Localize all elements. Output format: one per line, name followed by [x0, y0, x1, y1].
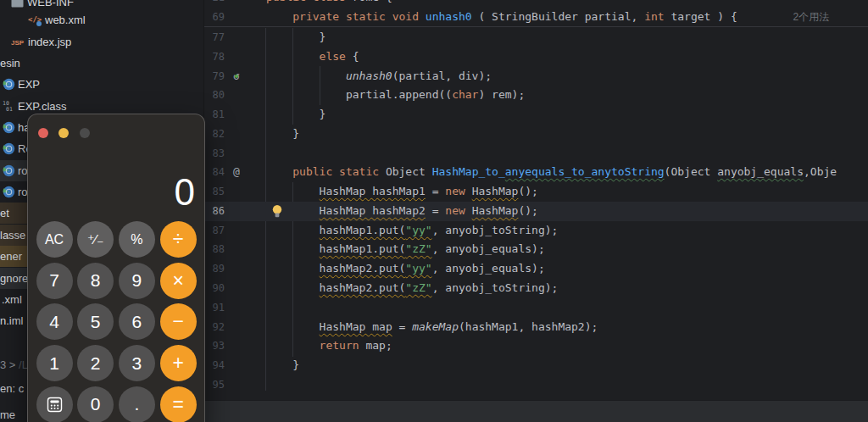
calc-key-⁺∕₋[interactable]: ⁺∕₋	[77, 221, 114, 258]
tree-item-exp[interactable]: EXP	[0, 74, 203, 95]
code-text: partial.append((char) rem);	[266, 86, 525, 105]
line-number[interactable]: 69	[204, 8, 225, 27]
calc-key-keypad[interactable]	[36, 386, 73, 422]
tree-item-esin[interactable]: esin	[0, 53, 203, 74]
code-line-83[interactable]: 83	[204, 144, 868, 164]
line-number[interactable]: 94	[204, 356, 225, 375]
panel-text-fragment: me	[0, 404, 15, 422]
line-number[interactable]: 85	[204, 182, 225, 202]
tree-item-label: ener	[0, 246, 22, 267]
tree-item-label: lasse	[0, 225, 25, 246]
usages-hint[interactable]: 2个用法	[793, 11, 830, 23]
calc-key-1[interactable]: 1	[36, 345, 73, 381]
annotation-gutter-icon[interactable]: @	[229, 163, 244, 182]
calc-key-6[interactable]: 6	[119, 303, 155, 340]
calc-key-ac[interactable]: AC	[36, 221, 73, 258]
code-line-93[interactable]: 93return map;	[204, 336, 868, 356]
line-number[interactable]: 89	[204, 259, 225, 279]
svg-text:01: 01	[6, 106, 13, 113]
code-text: unhash0(partial, div);	[266, 67, 492, 86]
code-line-77[interactable]: 77}	[204, 28, 868, 47]
line-number[interactable]: 86	[204, 202, 225, 221]
calc-key-3[interactable]: 3	[119, 345, 155, 381]
code-token: Object	[386, 165, 432, 178]
editor-bottom-strip	[204, 400, 868, 422]
code-line-89[interactable]: 89hashMap2.put("yy", anyobj_equals);	[204, 259, 868, 279]
code-line-94[interactable]: 94}	[204, 356, 868, 375]
calc-key-0[interactable]: 0	[77, 386, 114, 422]
line-number[interactable]: 84	[204, 163, 225, 182]
line-number[interactable]: 21	[204, 0, 225, 8]
code-token: private static void	[292, 10, 426, 23]
line-number[interactable]: 90	[204, 279, 225, 298]
code-line-80[interactable]: 80partial.append((char) rem);	[204, 86, 868, 105]
line-number[interactable]: 78	[204, 47, 225, 67]
calc-key-8[interactable]: 8	[77, 263, 114, 299]
calc-key-%[interactable]: %	[119, 221, 155, 258]
calc-key-5[interactable]: 5	[77, 303, 114, 340]
line-number[interactable]: 91	[204, 298, 225, 318]
sticky-line-21[interactable]: 21public class rome {	[204, 0, 868, 8]
sticky-line-69[interactable]: 69private static void unhash0 ( StringBu…	[204, 8, 868, 27]
panel-text: me	[0, 408, 15, 421]
calc-key-9[interactable]: 9	[119, 263, 155, 299]
line-number[interactable]: 93	[204, 336, 225, 356]
code-token: partial.append((	[346, 88, 452, 101]
calc-key-×[interactable]: ×	[160, 263, 197, 299]
code-line-85[interactable]: 85HashMap hashMap1 = new HashMap();	[204, 182, 868, 202]
code-token: map;	[359, 339, 392, 352]
code-token: rome {	[353, 0, 392, 3]
line-number[interactable]: 81	[204, 105, 225, 125]
code-line-91[interactable]: 91	[204, 298, 868, 318]
code-line-88[interactable]: 88hashMap1.put("zZ", anyobj_equals);	[204, 240, 868, 259]
code-token: "zZ"	[405, 281, 431, 294]
calc-key-=[interactable]: =	[160, 386, 197, 422]
code-line-82[interactable]: 82}	[204, 125, 868, 144]
code-line-79[interactable]: 79↺unhash0(partial, div);	[204, 67, 868, 86]
calculator-window[interactable]: 0 AC⁺∕₋%÷789×456−123+0.=	[27, 114, 205, 422]
calc-key-÷[interactable]: ÷	[160, 221, 197, 258]
calc-key-2[interactable]: 2	[77, 345, 114, 381]
code-token: (Object	[665, 165, 718, 178]
line-number[interactable]: 79	[204, 67, 225, 86]
code-text: return map;	[266, 336, 392, 356]
code-token: ,Obje	[804, 165, 837, 178]
code-text: else {	[266, 47, 359, 67]
calc-key-+[interactable]: +	[160, 345, 197, 381]
binary-icon: 1001	[2, 99, 16, 114]
line-number[interactable]: 77	[204, 28, 225, 47]
tree-item-web.xml[interactable]: </>web.xml	[0, 9, 203, 31]
line-number[interactable]: 95	[204, 375, 225, 395]
code-token: HashMap hashMap1	[320, 185, 426, 197]
code-token: =	[426, 204, 445, 217]
line-number[interactable]: 82	[204, 125, 225, 144]
calc-key-7[interactable]: 7	[36, 263, 73, 299]
class-icon	[2, 120, 16, 135]
code-line-90[interactable]: 90hashMap2.put("zZ", anyobj_toString);	[204, 279, 868, 298]
code-token: new	[445, 204, 471, 217]
panel-text-fragment: en: c	[0, 378, 24, 399]
code-token: , anyobj_equals);	[432, 242, 545, 255]
calc-key-dot[interactable]: .	[119, 386, 155, 422]
calc-key-−[interactable]: −	[160, 303, 197, 340]
code-line-81[interactable]: 81}	[204, 105, 868, 125]
calc-key-4[interactable]: 4	[36, 303, 73, 340]
code-token: }	[292, 358, 299, 371]
panel-text: 3 >	[0, 358, 19, 371]
code-editor[interactable]: 21public class rome {69private static vo…	[204, 0, 868, 422]
line-number[interactable]: 83	[204, 144, 225, 164]
line-number[interactable]: 88	[204, 240, 225, 259]
tree-item-index.jsp[interactable]: JSPindex.jsp	[0, 31, 203, 53]
code-line-87[interactable]: 87hashMap1.put("yy", anyobj_toString);	[204, 221, 868, 241]
line-number[interactable]: 87	[204, 221, 225, 241]
code-token: "zZ"	[405, 242, 431, 255]
code-line-95[interactable]: 95	[204, 375, 868, 395]
line-number[interactable]: 80	[204, 86, 225, 105]
line-number[interactable]: 92	[204, 318, 225, 337]
code-line-92[interactable]: 92HashMap map = makeMap(hashMap1, hashMa…	[204, 318, 868, 337]
code-line-86[interactable]: 86HashMap hashMap2 = new HashMap();	[204, 202, 868, 221]
code-line-78[interactable]: 78else {	[204, 47, 868, 67]
recursive-call-icon[interactable]: ↺	[229, 67, 244, 86]
code-line-84[interactable]: 84@public static Object HashMap_to_anyeq…	[204, 163, 868, 182]
class-icon	[2, 77, 16, 92]
